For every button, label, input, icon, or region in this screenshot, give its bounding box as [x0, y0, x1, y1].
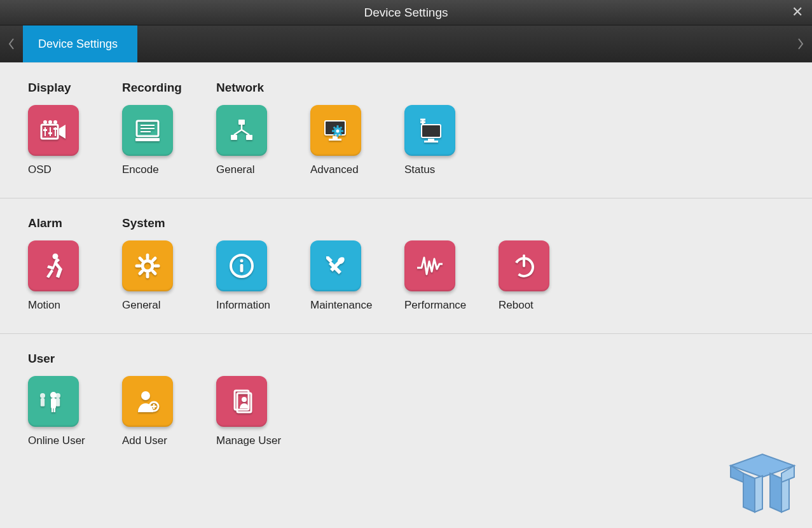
svg-point-56 [40, 393, 45, 398]
svg-line-30 [340, 127, 341, 129]
setting-label: Performance [404, 299, 466, 312]
svg-point-38 [142, 261, 153, 271]
section-header: User [28, 352, 122, 366]
computer-gear-icon [310, 105, 361, 156]
setting-information[interactable]: Information [216, 240, 310, 312]
svg-rect-20 [329, 139, 341, 141]
svg-rect-55 [54, 407, 56, 412]
svg-line-28 [340, 134, 341, 135]
setting-general[interactable]: General [122, 240, 216, 312]
content-area: DisplayRecordingNetwork OSD Encode Gener… [0, 62, 812, 528]
setting-reboot[interactable]: Reboot [499, 240, 593, 312]
svg-point-66 [242, 397, 247, 402]
setting-label: Add User [122, 434, 167, 447]
svg-line-29 [334, 134, 335, 135]
svg-line-43 [140, 258, 142, 261]
svg-point-22 [336, 130, 340, 133]
setting-osd[interactable]: OSD [28, 105, 122, 176]
users-group-icon [28, 376, 79, 427]
power-icon [499, 240, 549, 291]
tools-icon [310, 240, 361, 291]
setting-label: General [216, 163, 254, 176]
svg-point-3 [53, 120, 57, 124]
setting-label: Status [404, 163, 435, 176]
camera-sliders-icon [28, 105, 79, 156]
setting-manage-user[interactable]: Manage User [216, 376, 310, 447]
svg-rect-8 [48, 132, 52, 134]
setting-label: Maintenance [310, 299, 372, 312]
monitor-list-icon [122, 105, 173, 156]
svg-rect-35 [428, 139, 434, 141]
window-title: Device Settings [364, 6, 448, 20]
tab-prev-icon[interactable] [0, 25, 23, 62]
svg-rect-59 [56, 398, 60, 406]
setting-motion[interactable]: Motion [28, 240, 122, 312]
tab-device-settings[interactable]: Device Settings [23, 25, 137, 62]
tab-next-icon[interactable] [789, 25, 812, 62]
svg-line-46 [153, 258, 156, 261]
svg-rect-15 [238, 120, 245, 125]
svg-rect-53 [51, 398, 56, 408]
user-plus-icon [122, 376, 173, 427]
setting-add-user[interactable]: Add User [122, 376, 216, 447]
setting-encode[interactable]: Encode [122, 105, 216, 176]
setting-label: Information [216, 299, 270, 312]
svg-rect-16 [231, 135, 237, 140]
running-person-icon [28, 240, 79, 291]
gear-icon [122, 240, 173, 291]
info-icon [216, 240, 267, 291]
setting-maintenance[interactable]: Maintenance [310, 240, 404, 312]
section-header: Display [28, 81, 122, 95]
section-header: Recording [122, 81, 216, 95]
setting-label: Manage User [216, 434, 281, 447]
setting-label: Reboot [499, 299, 533, 312]
monitor-antenna-icon [404, 105, 455, 156]
svg-marker-68 [743, 473, 755, 512]
svg-point-2 [48, 120, 52, 124]
setting-online-user[interactable]: Online User [28, 376, 122, 447]
close-icon[interactable]: ✕ [792, 5, 803, 19]
user-docs-icon [216, 376, 267, 427]
section-header: Alarm [28, 216, 122, 230]
svg-marker-69 [770, 473, 781, 512]
setting-advanced[interactable]: Advanced [310, 105, 404, 176]
svg-rect-17 [246, 135, 252, 140]
svg-point-58 [55, 393, 60, 398]
setting-label: General [122, 299, 160, 312]
setting-label: Encode [122, 163, 159, 176]
svg-rect-14 [135, 138, 160, 141]
section-header: System [122, 216, 216, 230]
svg-rect-34 [422, 125, 441, 137]
svg-rect-9 [53, 128, 57, 130]
section-header: Network [216, 81, 310, 95]
svg-point-1 [43, 120, 47, 124]
svg-line-45 [140, 272, 142, 274]
settings-section: AlarmSystem Motion General Information M… [0, 198, 812, 334]
tab-bar: Device Settings [0, 25, 812, 62]
setting-status[interactable]: Status [404, 105, 499, 176]
titlebar: Device Settings ✕ [0, 0, 812, 25]
svg-line-27 [334, 127, 335, 129]
svg-line-44 [153, 272, 156, 274]
setting-label: Online User [28, 434, 85, 447]
svg-rect-57 [41, 398, 45, 406]
setting-performance[interactable]: Performance [404, 240, 499, 312]
svg-rect-54 [52, 407, 53, 412]
svg-marker-70 [755, 476, 762, 512]
setting-label: Advanced [310, 163, 359, 176]
svg-rect-7 [43, 129, 47, 131]
svg-point-37 [53, 254, 58, 260]
setting-label: Motion [28, 299, 60, 312]
settings-section: User Online User Add User Manage User [0, 334, 812, 469]
svg-rect-49 [240, 264, 244, 272]
svg-point-60 [141, 391, 150, 400]
setting-general[interactable]: General [216, 105, 310, 176]
watermark-logo-icon [712, 440, 807, 523]
svg-rect-36 [424, 141, 438, 142]
tab-label: Device Settings [38, 38, 118, 51]
waveform-icon [404, 240, 455, 291]
setting-label: OSD [28, 163, 52, 176]
settings-section: DisplayRecordingNetwork OSD Encode Gener… [0, 63, 812, 198]
network-nodes-icon [216, 105, 267, 156]
svg-point-48 [240, 260, 244, 263]
